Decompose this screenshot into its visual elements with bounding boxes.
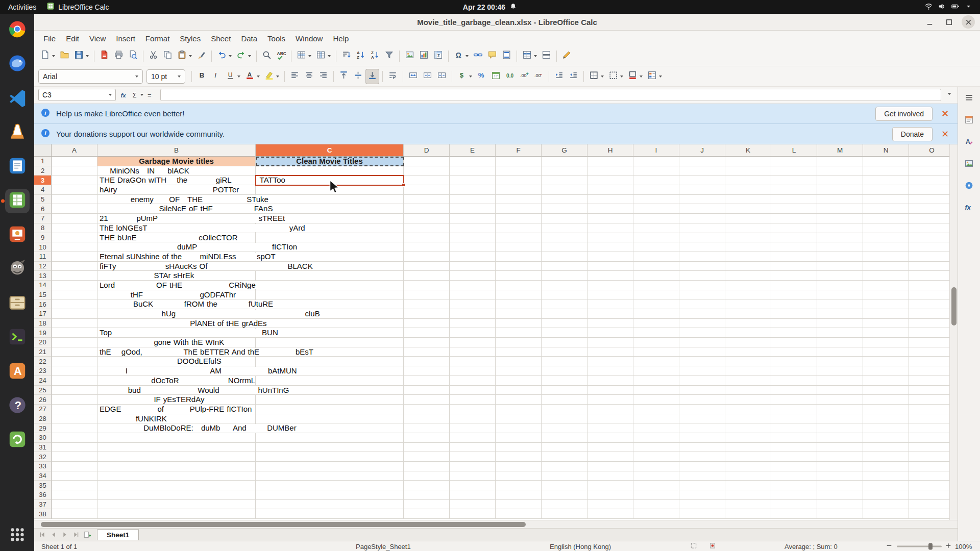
cell-D10[interactable]: [404, 242, 450, 252]
cell-C36[interactable]: [256, 490, 404, 500]
cell-L14[interactable]: [771, 281, 817, 290]
cell-I4[interactable]: [633, 185, 679, 195]
freeze-rows-columns-button[interactable]: [520, 48, 539, 64]
cell-J35[interactable]: [679, 481, 725, 490]
cell-A26[interactable]: [52, 395, 97, 405]
cell-N1[interactable]: [863, 157, 909, 166]
cell-A36[interactable]: [52, 490, 97, 500]
cell-I19[interactable]: [633, 328, 679, 338]
column-header-K[interactable]: K: [725, 144, 771, 157]
cell-F9[interactable]: [496, 233, 542, 243]
cell-A7[interactable]: [52, 214, 97, 223]
cell-K14[interactable]: [725, 281, 771, 290]
first-sheet-button[interactable]: [37, 530, 48, 540]
cell-H14[interactable]: [587, 281, 633, 290]
dock-item-vscode[interactable]: [5, 86, 30, 111]
cell-J5[interactable]: [679, 195, 725, 205]
cell-J11[interactable]: [679, 252, 725, 262]
cell-A25[interactable]: [52, 386, 97, 395]
cut-button[interactable]: [146, 48, 160, 64]
cell-G21[interactable]: [542, 347, 587, 357]
cell-A19[interactable]: [52, 328, 97, 338]
cell-G13[interactable]: [542, 271, 587, 281]
cell-N11[interactable]: [863, 252, 909, 262]
row-header-20[interactable]: 20: [34, 338, 52, 347]
cell-M17[interactable]: [817, 309, 863, 319]
cell-H30[interactable]: [587, 433, 633, 443]
font-size-combobox[interactable]: 10 pt: [146, 69, 185, 84]
cell-G16[interactable]: [542, 299, 587, 309]
cell-G22[interactable]: [542, 357, 587, 366]
cell-I32[interactable]: [633, 452, 679, 462]
cell-D31[interactable]: [404, 443, 450, 453]
cell-I15[interactable]: [633, 290, 679, 300]
close-button[interactable]: [962, 15, 975, 29]
cell-B37[interactable]: [97, 500, 256, 510]
cell-O10[interactable]: [909, 242, 949, 252]
cell-H21[interactable]: [587, 347, 633, 357]
cell-I2[interactable]: [633, 166, 679, 176]
cell-G17[interactable]: [542, 309, 587, 319]
cell-I34[interactable]: [633, 471, 679, 481]
cell-C5[interactable]: [256, 195, 404, 205]
cell-I10[interactable]: [633, 242, 679, 252]
cell-I25[interactable]: [633, 386, 679, 395]
insert-comment-button[interactable]: [485, 48, 499, 64]
cell-M37[interactable]: [817, 500, 863, 510]
cell-O21[interactable]: [909, 347, 949, 357]
cell-F17[interactable]: [496, 309, 542, 319]
row-header-38[interactable]: 38: [34, 509, 52, 519]
cell-O37[interactable]: [909, 500, 949, 510]
cell-E3[interactable]: [450, 176, 496, 185]
cell-A27[interactable]: [52, 405, 97, 414]
cell-J28[interactable]: [679, 414, 725, 424]
dock-item-settings[interactable]: [5, 428, 30, 453]
cell-F21[interactable]: [496, 347, 542, 357]
cell-G38[interactable]: [542, 509, 587, 519]
cell-L3[interactable]: [771, 176, 817, 185]
cell-O27[interactable]: [909, 405, 949, 414]
cell-D19[interactable]: [404, 328, 450, 338]
cell-A12[interactable]: [52, 262, 97, 271]
cell-K23[interactable]: [725, 366, 771, 376]
cell-E5[interactable]: [450, 195, 496, 205]
underline-button[interactable]: U: [224, 69, 242, 84]
cell-N3[interactable]: [863, 176, 909, 185]
column-header-I[interactable]: I: [633, 144, 679, 157]
cell-L27[interactable]: [771, 405, 817, 414]
cell-F36[interactable]: [496, 490, 542, 500]
cell-F18[interactable]: [496, 319, 542, 329]
border-style-button[interactable]: [606, 69, 625, 84]
cell-L4[interactable]: [771, 185, 817, 195]
styles-deck-button[interactable]: A: [962, 134, 977, 148]
cell-O22[interactable]: [909, 357, 949, 366]
cell-O36[interactable]: [909, 490, 949, 500]
cell-L9[interactable]: [771, 233, 817, 243]
menu-edit[interactable]: Edit: [61, 33, 84, 44]
cell-K5[interactable]: [725, 195, 771, 205]
properties-deck-button[interactable]: [962, 112, 977, 127]
cell-M9[interactable]: [817, 233, 863, 243]
clone-formatting-button[interactable]: [194, 48, 208, 64]
cell-D18[interactable]: [404, 319, 450, 329]
column-header-G[interactable]: G: [542, 144, 587, 157]
cell-A3[interactable]: [52, 176, 97, 185]
row-header-36[interactable]: 36: [34, 490, 52, 500]
cell-K3[interactable]: [725, 176, 771, 185]
sort-descending-button[interactable]: ZA: [368, 48, 382, 64]
cell-L29[interactable]: [771, 423, 817, 433]
cell-I24[interactable]: [633, 376, 679, 386]
functions-deck-button[interactable]: fx: [962, 200, 977, 214]
cell-J29[interactable]: [679, 423, 725, 433]
cell-C33[interactable]: [256, 462, 404, 471]
cell-N13[interactable]: [863, 271, 909, 281]
cell-O12[interactable]: [909, 262, 949, 271]
cell-M12[interactable]: [817, 262, 863, 271]
align-top-button[interactable]: [337, 69, 351, 84]
cell-N27[interactable]: [863, 405, 909, 414]
cell-K26[interactable]: [725, 395, 771, 405]
cell-M23[interactable]: [817, 366, 863, 376]
cell-K37[interactable]: [725, 500, 771, 510]
cell-O14[interactable]: [909, 281, 949, 290]
cell-J31[interactable]: [679, 443, 725, 453]
